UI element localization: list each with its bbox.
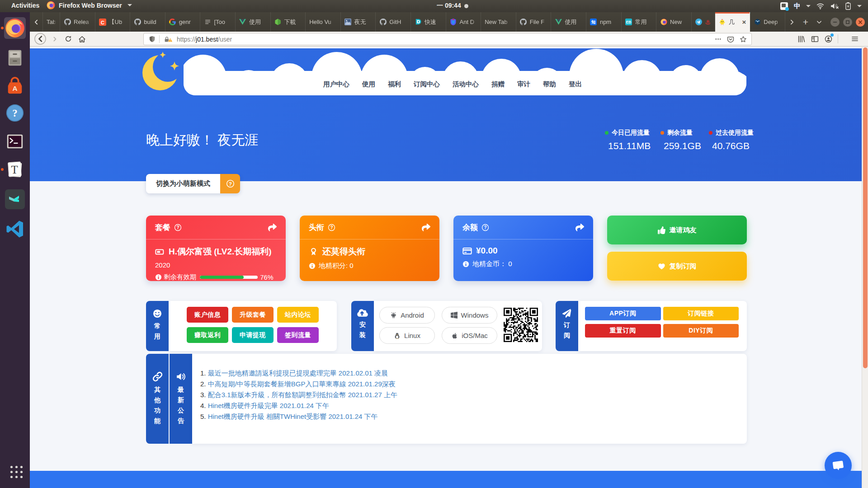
url-text[interactable]: https://j01.best/user [177,36,712,43]
page-actions-button[interactable] [712,36,724,42]
share-icon[interactable] [268,223,277,232]
install-iOS/Mac-button[interactable]: iOS/Mac [442,327,497,344]
tab[interactable]: Relea [60,12,95,32]
tab[interactable]: New [656,12,692,32]
tab[interactable]: 使用 [236,12,271,32]
back-button[interactable] [33,33,48,45]
nav-item[interactable]: 使用 [362,80,375,89]
install-Linux-button[interactable]: Linux [379,327,435,344]
latest-announcements-tab[interactable]: 最新公告 [170,354,192,444]
other-functions-tab[interactable]: 其他功能 [146,354,169,444]
tab[interactable]: Hello Vu [306,12,341,32]
install-Android-button[interactable]: Android [379,307,435,324]
quick-actions-tab[interactable]: 常用 [146,301,169,351]
quick-button[interactable]: 申请提现 [232,327,274,343]
help-circle-icon[interactable] [328,224,335,231]
clock[interactable]: 一 09:44 [437,2,468,10]
sidebar-button[interactable] [808,33,821,45]
tray-chevron-icon[interactable] [857,5,862,7]
library-button[interactable] [794,33,808,45]
show-applications-button[interactable] [5,461,24,480]
tab[interactable]: Ant D [446,12,481,32]
tab-close-icon[interactable]: × [742,19,746,25]
tab[interactable]: build [130,12,165,32]
tab[interactable]: 夜无 [341,12,376,32]
announcement-link[interactable]: Hinet機房硬件升級完畢 2021.01.24 下午 [208,402,329,409]
install-Windows-button[interactable]: Windows [442,307,497,324]
tab[interactable]: 快速 [411,12,446,32]
announcement-link[interactable]: 配合3.1新版本升級，所有餘額調整到抵扣金幣 2021.01.27 上午 [208,391,397,399]
quick-button[interactable]: 签到流量 [277,327,319,343]
tab[interactable]: 下載 [271,12,306,32]
nav-item[interactable]: 福利 [388,80,401,89]
subscribe-button[interactable]: APP订阅 [585,307,661,320]
quick-button[interactable]: 账户信息 [187,307,228,323]
dock-item-vscode[interactable] [4,218,26,240]
subscribe-button[interactable]: 订阅链接 [663,307,739,320]
screenshot-tool-icon[interactable] [780,2,788,10]
help-circle-icon[interactable] [481,224,489,231]
connection-lock-icon[interactable] [160,36,173,42]
help-circle-icon[interactable] [174,224,182,231]
app-menu[interactable]: Firefox Web Browser [47,1,132,9]
mode-switch-help-button[interactable] [220,174,240,193]
share-icon[interactable] [422,223,430,232]
menu-button[interactable] [848,33,862,45]
tab[interactable]: npm [586,12,622,32]
tab[interactable]: Deep [750,12,785,32]
home-button[interactable] [75,33,89,45]
wifi-icon[interactable] [816,2,825,10]
tab[interactable]: 使用 [551,12,586,32]
quick-button[interactable]: 赚取返利 [187,327,228,343]
share-icon[interactable] [576,223,584,232]
account-button[interactable] [821,33,835,45]
nav-item[interactable]: 活动中心 [453,80,479,89]
dock-item-tabby[interactable] [4,188,26,210]
bookmark-star-button[interactable] [737,36,750,43]
close-button[interactable] [856,18,865,27]
install-tab[interactable]: 安装 [351,301,374,351]
dock-item-files[interactable] [4,47,26,69]
chat-widget-button[interactable] [825,452,852,479]
tab-list-dropdown-button[interactable] [812,12,826,32]
announcement-link[interactable]: Hinet機房硬件升級 相關TWHinet受影響 2021.01.24 下午 [208,413,378,420]
reload-button[interactable] [61,33,75,45]
nav-item[interactable]: 捐赠 [491,80,505,89]
tab[interactable]: New Tab [481,12,516,32]
mode-switch-label[interactable]: 切换为小萌新模式 [146,174,220,193]
tab[interactable]: GitH [376,12,411,32]
activities-button[interactable]: Activities [11,2,39,9]
copy-subscription-button[interactable]: 复制订阅 [607,252,747,281]
tab-scroll-right-button[interactable] [785,12,799,32]
dock-item-text-editor[interactable]: T [4,159,26,180]
nav-item[interactable]: 订阅中心 [414,80,440,89]
tab[interactable]: 常用 [622,12,657,32]
mode-switch-button[interactable]: 切换为小萌新模式 [146,174,240,193]
tab[interactable]: [Too [200,12,236,32]
tab-active[interactable]: 几× [715,12,750,32]
system-tray[interactable]: 中 [780,0,862,12]
input-method-zh-icon[interactable]: 中 [794,2,800,10]
maximize-button[interactable] [843,18,852,27]
dock-item-help[interactable]: ? [4,102,26,124]
announcement-link[interactable]: 中高短期/中等長期套餐新增BGP入口華東專線 2021.01.29深夜 [208,380,396,388]
subscribe-button[interactable]: DIY订阅 [663,324,739,338]
minimize-button[interactable] [830,18,840,27]
tracking-protection-shield-icon[interactable] [146,36,158,42]
nav-item[interactable]: 用户中心 [323,80,349,89]
nav-item[interactable]: 登出 [569,80,582,89]
nav-item[interactable]: 帮助 [543,80,556,89]
scrollbar-thumb[interactable] [863,47,868,368]
tab[interactable]: File F [516,12,552,32]
page-scrollbar[interactable] [862,47,868,488]
tab[interactable]: ♨几 [692,12,715,32]
invite-button[interactable]: 邀请鸡友 [607,216,747,244]
url-bar[interactable]: https://j01.best/user [143,33,752,45]
quick-button[interactable]: 升级套餐 [232,307,274,323]
tab[interactable]: genr [165,12,201,32]
subscribe-tab[interactable]: 订阅 [556,301,578,351]
subscribe-button[interactable]: 重置订阅 [585,324,661,338]
tab-scroll-left-button[interactable] [30,12,42,32]
battery-charging-icon[interactable] [845,2,851,10]
new-tab-button[interactable]: + [799,12,812,32]
